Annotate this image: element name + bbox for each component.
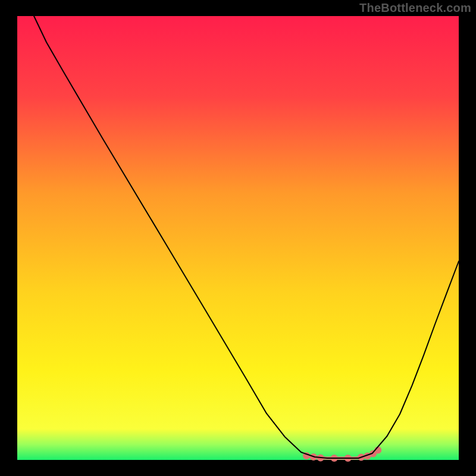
watermark-text: TheBottleneck.com [359,1,471,15]
chart-canvas [0,0,476,476]
plot-background [17,16,459,460]
chart-root: TheBottleneck.com [0,0,476,476]
